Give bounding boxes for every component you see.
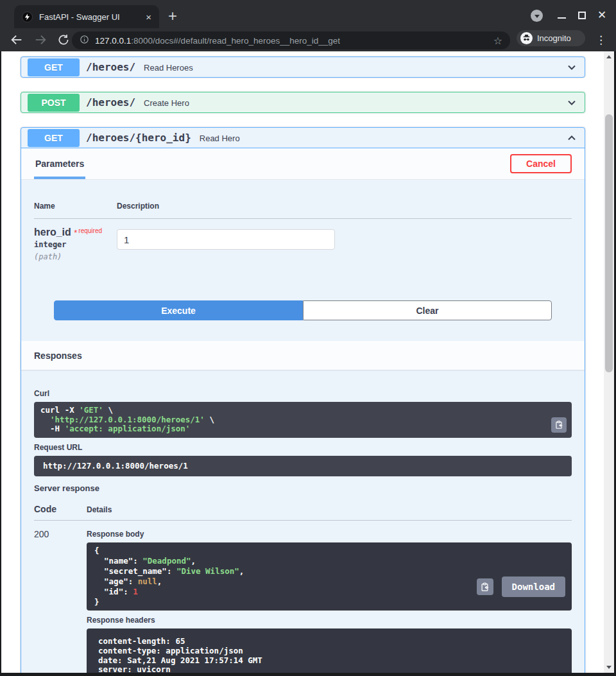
site-info-icon[interactable] [80, 35, 89, 47]
description-column-header: Description [117, 202, 159, 211]
operation-summary: Create Hero [144, 97, 189, 108]
tab-parameters[interactable]: Parameters [34, 148, 85, 179]
incognito-badge: Incognito [517, 30, 585, 46]
parameter-type: integer [34, 240, 117, 249]
incognito-icon [520, 32, 533, 44]
tab-close-icon[interactable]: × [146, 12, 151, 22]
scroll-down-arrow-icon[interactable] [606, 666, 612, 669]
code-column-header: Code [34, 504, 87, 514]
browser-menu-button[interactable]: ⋮ [595, 31, 604, 49]
browser-titlebar: FastAPI - Swagger UI × + ✕ [0, 0, 616, 28]
scrollbar-thumb[interactable] [605, 114, 613, 372]
server-response-label: Server response [34, 483, 572, 493]
forward-button[interactable] [33, 33, 47, 47]
response-row: 200 Response body { "name": "Deadpond", … [34, 529, 572, 673]
response-body-label: Response body [87, 530, 572, 539]
parameter-name: hero_id [34, 227, 71, 238]
method-badge-post: POST [28, 94, 80, 112]
tab-search-button[interactable] [531, 10, 543, 22]
url-text[interactable]: 127.0.0.1:8000/docs#/default/read_hero_h… [95, 36, 340, 46]
response-body-block: { "name": "Deadpond", "secret_name": "Di… [87, 542, 572, 611]
cancel-button[interactable]: Cancel [510, 154, 572, 173]
scroll-up-arrow-icon[interactable] [606, 55, 612, 58]
expand-chevron-down-icon[interactable] [565, 61, 578, 74]
execute-button[interactable]: Execute [54, 300, 303, 320]
execute-row: Execute Clear [34, 300, 572, 320]
collapse-chevron-up-icon[interactable] [565, 132, 578, 144]
incognito-label: Incognito [537, 33, 571, 43]
parameters-section: Name Description hero_id *required integ… [21, 180, 585, 320]
tab-title: FastAPI - Swagger UI [39, 12, 120, 22]
fastapi-favicon-icon [22, 12, 33, 22]
window-maximize-button[interactable] [578, 12, 586, 19]
operation-tab-bar: Parameters Cancel [21, 148, 585, 180]
opblock-get-heroes[interactable]: GET /heroes/ Read Heroes [21, 56, 585, 78]
operation-path: /heroes/ [86, 61, 135, 73]
window-close-button[interactable]: ✕ [597, 9, 606, 21]
method-badge-get: GET [28, 58, 80, 76]
chevron-down-icon [535, 15, 540, 18]
curl-label: Curl [34, 389, 572, 398]
bookmark-star-icon[interactable]: ☆ [493, 35, 502, 47]
parameter-description-cell [117, 227, 335, 261]
required-star: * [74, 228, 77, 238]
download-button[interactable]: Download [502, 576, 565, 597]
browser-toolbar: 127.0.0.1:8000/docs#/default/read_hero_h… [0, 28, 616, 51]
reload-button[interactable] [57, 33, 70, 46]
copy-curl-button[interactable] [551, 417, 567, 433]
page-scrollbar[interactable] [604, 51, 614, 673]
copy-response-button[interactable] [477, 578, 493, 595]
window-minimize-button[interactable] [558, 17, 566, 19]
responses-section-header: Responses [21, 341, 585, 370]
operation-path: /heroes/ [86, 96, 135, 108]
response-body-controls: Download [477, 576, 565, 597]
opblock-post-heroes[interactable]: POST /heroes/ Create Hero [21, 92, 585, 113]
curl-command-block: curl -X 'GET' \ 'http://127.0.0.1:8000/h… [34, 402, 572, 438]
opblock-header[interactable]: GET /heroes/{hero_id} Read Hero [21, 128, 585, 148]
expand-chevron-down-icon[interactable] [565, 96, 578, 109]
details-column-header: Details [87, 504, 112, 514]
responses-section: Curl curl -X 'GET' \ 'http://127.0.0.1:8… [21, 370, 585, 673]
parameters-table-header: Name Description [34, 202, 572, 219]
swagger-page: GET /heroes/ Read Heroes POST /heroes/ C… [1, 51, 614, 673]
required-label: required [78, 227, 102, 234]
method-badge-get: GET [28, 129, 80, 147]
address-bar[interactable]: 127.0.0.1:8000/docs#/default/read_hero_h… [72, 31, 510, 49]
new-tab-button[interactable]: + [168, 8, 177, 24]
operation-summary: Read Hero [200, 132, 240, 143]
parameter-name-cell: hero_id *required integer (path) [34, 227, 117, 261]
request-url-block: http://127.0.0.1:8000/heroes/1 [34, 456, 572, 477]
url-host: 127.0.0.1 [95, 36, 131, 46]
hero-id-input[interactable] [117, 229, 335, 250]
opblock-get-hero-by-id: GET /heroes/{hero_id} Read Hero Paramete… [21, 127, 585, 673]
response-table-header: Code Details [34, 504, 572, 521]
name-column-header: Name [34, 202, 117, 211]
status-code: 200 [34, 529, 87, 673]
operation-path: /heroes/{hero_id} [86, 132, 191, 144]
browser-tab[interactable]: FastAPI - Swagger UI × [14, 5, 159, 28]
request-url-label: Request URL [34, 443, 572, 452]
response-headers-block: content-length: 65content-type: applicat… [87, 628, 572, 673]
operation-summary: Read Heroes [144, 62, 193, 73]
clear-button[interactable]: Clear [303, 300, 552, 320]
url-path: :8000/docs#/default/read_hero_heroes__he… [131, 36, 340, 46]
response-details-cell: Response body { "name": "Deadpond", "sec… [87, 529, 572, 673]
parameter-row: hero_id *required integer (path) [34, 219, 572, 261]
parameter-location: (path) [34, 252, 117, 261]
back-button[interactable] [10, 33, 24, 47]
response-headers-label: Response headers [87, 616, 572, 625]
